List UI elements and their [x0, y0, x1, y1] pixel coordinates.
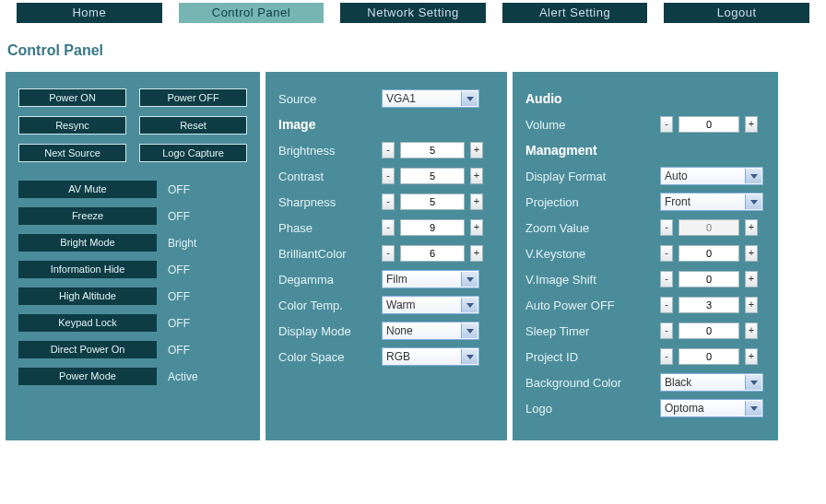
panel-audio-management: Audio Volume - + Managment Display Forma… — [513, 72, 778, 440]
colorspace-select[interactable]: RGB — [382, 347, 479, 366]
zoom-minus[interactable]: - — [660, 219, 673, 236]
image-header: Image — [278, 117, 382, 132]
contrast-label: Contrast — [278, 170, 382, 183]
brightness-plus[interactable]: + — [470, 142, 483, 158]
contrast-plus[interactable]: + — [470, 168, 483, 184]
nav-logout[interactable]: Logout — [664, 3, 809, 23]
logo-label: Logo — [525, 402, 660, 416]
brightness-label: Brightness — [278, 144, 382, 158]
volume-minus[interactable]: - — [660, 116, 673, 133]
power-on-button[interactable]: Power ON — [18, 88, 126, 107]
power-mode-value: Active — [168, 370, 198, 383]
sleeptimer-label: Sleep Timer — [525, 324, 660, 338]
vimageshift-field[interactable] — [678, 271, 739, 287]
vimageshift-label: V.Image Shift — [525, 273, 660, 287]
audio-header: Audio — [525, 91, 629, 106]
keypad-lock-value: OFF — [168, 317, 190, 330]
vkeystone-minus[interactable]: - — [660, 245, 673, 262]
sharpness-label: Sharpness — [278, 195, 382, 209]
sleeptimer-plus[interactable]: + — [745, 322, 758, 339]
phase-minus[interactable]: - — [382, 219, 395, 236]
reset-button[interactable]: Reset — [139, 116, 247, 135]
autopoweroff-plus[interactable]: + — [745, 297, 758, 313]
av-mute-toggle[interactable]: AV Mute — [18, 181, 157, 198]
colortemp-select[interactable]: Warm — [382, 296, 479, 314]
projection-label: Projection — [525, 195, 660, 209]
keypad-lock-toggle[interactable]: Keypad Lock — [18, 314, 157, 332]
zoom-field[interactable] — [678, 219, 739, 236]
projectid-plus[interactable]: + — [745, 348, 758, 365]
logo-capture-button[interactable]: Logo Capture — [139, 144, 247, 162]
sharpness-field[interactable] — [400, 193, 465, 210]
bright-mode-value: Bright — [168, 237, 196, 250]
sleeptimer-field[interactable] — [678, 322, 739, 339]
next-source-button[interactable]: Next Source — [18, 144, 126, 162]
volume-plus[interactable]: + — [745, 116, 758, 133]
dispmode-label: Display Mode — [278, 324, 382, 338]
av-mute-value: OFF — [168, 183, 190, 196]
freeze-toggle[interactable]: Freeze — [18, 207, 157, 225]
zoom-plus[interactable]: + — [745, 219, 758, 236]
bgcolor-label: Background Color — [525, 376, 660, 390]
panel-image: Source VGA1 Image Brightness - + Contras… — [266, 72, 507, 440]
sleeptimer-minus[interactable]: - — [660, 322, 673, 339]
bgcolor-select[interactable]: Black — [660, 373, 763, 392]
nav-control-panel[interactable]: Control Panel — [179, 3, 324, 23]
resync-button[interactable]: Resync — [18, 116, 126, 135]
vimageshift-minus[interactable]: - — [660, 271, 673, 287]
colortemp-label: Color Temp. — [278, 299, 382, 312]
direct-power-on-value: OFF — [168, 344, 190, 357]
zoom-label: Zoom Value — [525, 221, 660, 235]
projectid-field[interactable] — [678, 348, 739, 365]
freeze-value: OFF — [168, 210, 190, 223]
nav-network-setting[interactable]: Network Setting — [340, 3, 486, 23]
vkeystone-field[interactable] — [678, 245, 739, 262]
toggles: AV Mute OFF Freeze OFF Bright Mode Brigh… — [18, 181, 247, 385]
power-off-button[interactable]: Power OFF — [139, 88, 247, 107]
dispfmt-label: Display Format — [525, 170, 660, 183]
logo-select[interactable]: Optoma — [660, 399, 763, 417]
information-hide-value: OFF — [168, 264, 190, 276]
top-nav: Home Control Panel Network Setting Alert… — [0, 0, 826, 26]
high-altitude-value: OFF — [168, 290, 190, 303]
brilliantcolor-minus[interactable]: - — [382, 245, 395, 262]
bright-mode-toggle[interactable]: Bright Mode — [18, 234, 157, 252]
power-mode-toggle[interactable]: Power Mode — [18, 368, 157, 385]
nav-home[interactable]: Home — [17, 3, 162, 23]
direct-power-on-toggle[interactable]: Direct Power On — [18, 341, 157, 358]
projection-select[interactable]: Front — [660, 193, 763, 211]
degamma-select[interactable]: Film — [382, 270, 479, 288]
contrast-minus[interactable]: - — [382, 168, 395, 184]
panels: Power ON Power OFF Resync Reset Next Sou… — [0, 72, 826, 446]
source-label: Source — [278, 92, 382, 106]
vimageshift-plus[interactable]: + — [745, 271, 758, 287]
brightness-minus[interactable]: - — [382, 142, 395, 158]
autopoweroff-field[interactable] — [678, 297, 739, 313]
nav-alert-setting[interactable]: Alert Setting — [502, 3, 648, 23]
brilliantcolor-plus[interactable]: + — [470, 245, 483, 262]
vkeystone-plus[interactable]: + — [745, 245, 758, 262]
vkeystone-label: V.Keystone — [525, 247, 660, 261]
brilliantcolor-label: BrilliantColor — [278, 247, 382, 261]
source-select[interactable]: VGA1 — [382, 89, 479, 108]
panel-power: Power ON Power OFF Resync Reset Next Sou… — [6, 72, 260, 440]
phase-plus[interactable]: + — [470, 219, 483, 236]
management-header: Managment — [525, 143, 629, 158]
volume-label: Volume — [525, 118, 660, 132]
contrast-field[interactable] — [400, 168, 465, 184]
projectid-label: Project ID — [525, 350, 660, 364]
brilliantcolor-field[interactable] — [400, 245, 465, 262]
dispfmt-select[interactable]: Auto — [660, 167, 763, 185]
autopoweroff-label: Auto Power OFF — [525, 299, 660, 312]
autopoweroff-minus[interactable]: - — [660, 297, 673, 313]
dispmode-select[interactable]: None — [382, 322, 479, 340]
high-altitude-toggle[interactable]: High Altitude — [18, 287, 157, 305]
sharpness-minus[interactable]: - — [382, 193, 395, 210]
page-title: Control Panel — [0, 26, 826, 72]
phase-field[interactable] — [400, 219, 465, 236]
volume-field[interactable] — [678, 116, 739, 133]
projectid-minus[interactable]: - — [660, 348, 673, 365]
brightness-field[interactable] — [400, 142, 465, 158]
sharpness-plus[interactable]: + — [470, 193, 483, 210]
information-hide-toggle[interactable]: Information Hide — [18, 261, 157, 278]
